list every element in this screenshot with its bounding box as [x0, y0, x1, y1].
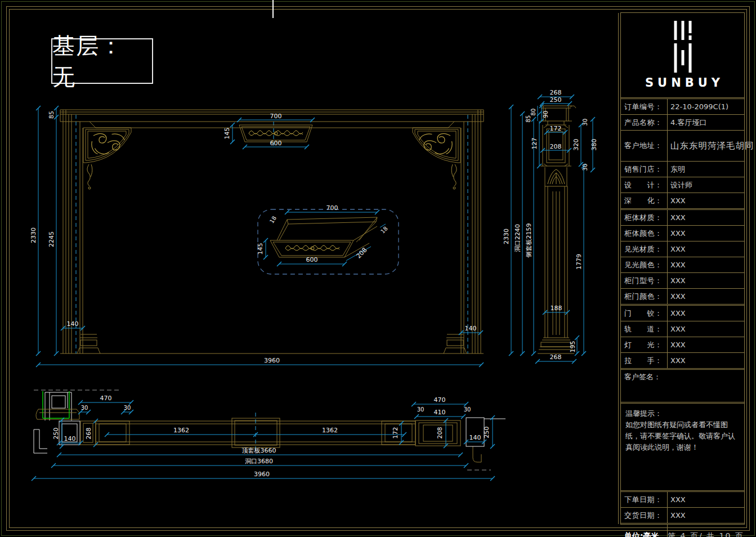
- dim-label: 700: [326, 204, 338, 212]
- dim-label: 85: [525, 115, 531, 123]
- dim-label: 250: [483, 427, 490, 438]
- table-row: 交货日期： XXX: [621, 507, 744, 523]
- dim-label: 268: [550, 89, 562, 96]
- row-value: XXX: [668, 276, 686, 285]
- footer-row: 单位:毫米 第 4 页/ 共 10 页: [621, 523, 744, 537]
- table-row: 柜体颜色： XXX: [621, 225, 744, 241]
- table-row: 客户地址： 山东东明菏泽毛胡同: [621, 130, 744, 161]
- row-label: 设 计：: [621, 177, 668, 193]
- elevation-dimensions: [36, 106, 484, 367]
- title-block: SUNBUY 订单编号： 22-10-2099C(1) 产品名称： 4.客厅垭口…: [620, 12, 745, 525]
- dim-label: 1779: [575, 254, 583, 270]
- plan-view: 470 30 30 250 140 268 1362 1362 172 208 …: [23, 386, 507, 493]
- detail-callout: 700 18 145 600 208 18: [257, 204, 399, 274]
- dim-label: 3960: [254, 471, 270, 478]
- table-row: 订单编号： 22-10-2099C(1): [621, 99, 744, 114]
- row-label: 轨 道：: [621, 321, 668, 337]
- dim-label: 140: [469, 434, 481, 441]
- table-row: 见光材质： XXX: [621, 241, 744, 257]
- row-label: 产品名称：: [621, 115, 668, 130]
- dim-label: 侧套板2159: [525, 223, 533, 258]
- dim-label: 18: [269, 215, 278, 225]
- row-value: 22-10-2099C(1): [668, 102, 728, 111]
- top-center-mark: [272, 0, 274, 18]
- table-row: 设 计： 设计师: [621, 177, 744, 193]
- dim-label: 127: [531, 138, 538, 150]
- dim-label: 140: [67, 320, 79, 328]
- table-row: 拉 手： XXX: [621, 352, 744, 368]
- plan-wall-left: [34, 392, 71, 453]
- dim-label: 洞口2240: [514, 224, 521, 252]
- dim-label: 208: [355, 247, 369, 260]
- row-label: 拉 手：: [621, 353, 668, 368]
- column-side-view: 268 250 90 80 85 127 172 208 30 320 380 …: [498, 87, 602, 369]
- dim-label: 268: [85, 428, 92, 440]
- notice-title: 温馨提示：: [625, 408, 740, 419]
- dim-label: 145: [257, 243, 264, 255]
- table-row: 下单日期： XXX: [621, 490, 744, 507]
- row-value: 山东东明菏泽毛胡同: [668, 140, 754, 152]
- dim-label: 80: [530, 109, 536, 116]
- row-label: 柜体材质：: [621, 210, 668, 225]
- table-row: 门 铰： XXX: [621, 304, 744, 321]
- dim-label: 188: [551, 305, 562, 312]
- table-row: 柜门颜色： XXX: [621, 288, 744, 304]
- dim-label: 470: [434, 396, 446, 404]
- customer-signature-cell[interactable]: 客户签名：: [621, 368, 744, 402]
- row-value: XXX: [668, 261, 686, 269]
- dim-label: 140: [64, 435, 76, 442]
- dim-label: 30: [464, 406, 471, 413]
- signature-label: 客户签名：: [624, 373, 661, 381]
- dim-label: 600: [270, 140, 282, 147]
- brand-name: SUNBUY: [621, 76, 744, 90]
- logo-cell: SUNBUY: [621, 13, 744, 99]
- sunbuy-logo-icon: [674, 21, 691, 73]
- row-label: 门 铰：: [621, 306, 668, 321]
- dim-label: 2245: [48, 231, 55, 247]
- dim-label: 30: [81, 405, 88, 411]
- row-value: 4.客厅垭口: [668, 118, 706, 128]
- row-value: XXX: [668, 495, 686, 504]
- row-label: 下单日期：: [621, 492, 668, 507]
- dim-label: 208: [550, 143, 562, 150]
- dim-label: 90: [543, 111, 549, 118]
- dim-label: 380: [591, 139, 598, 151]
- dim-label: 3960: [264, 357, 280, 364]
- row-label: 见光材质：: [621, 241, 668, 257]
- dim-label: 320: [572, 139, 580, 151]
- dim-label: 1362: [173, 427, 189, 434]
- row-label: 深 化：: [621, 193, 668, 208]
- dim-label: 268: [550, 353, 562, 361]
- plan-dimensions: [32, 400, 495, 481]
- dim-label: 30: [417, 406, 424, 413]
- table-row: 灯 光： XXX: [621, 337, 744, 352]
- row-label: 见光颜色：: [621, 257, 668, 272]
- row-value: XXX: [668, 196, 686, 205]
- dim-label: 30: [582, 164, 588, 171]
- table-row: 深 化： XXX: [621, 193, 744, 208]
- row-value: XXX: [668, 213, 686, 222]
- dim-label: 700: [270, 113, 282, 120]
- row-label: 柜门型号：: [621, 273, 668, 288]
- table-row: 轨 道： XXX: [621, 321, 744, 337]
- table-row: 销售门店： 东明: [621, 161, 744, 177]
- dim-label: 1362: [322, 427, 338, 434]
- dim-label: 195: [569, 341, 576, 353]
- dim-label: 250: [550, 96, 562, 104]
- dim-label: 208: [436, 427, 444, 439]
- row-value: 设计师: [668, 180, 692, 190]
- dim-label: 顶套板3660: [242, 447, 276, 454]
- dim-label: 洞口3680: [245, 458, 273, 465]
- row-label: 销售门店：: [621, 162, 668, 177]
- elevation-view: 700 18 145 600 208 18 85 2330 2: [31, 101, 493, 374]
- row-label: 灯 光：: [621, 337, 668, 352]
- row-value: XXX: [668, 245, 686, 253]
- row-value: XXX: [668, 325, 686, 333]
- dim-label: 2330: [503, 229, 510, 244]
- row-value: XXX: [668, 341, 686, 349]
- dim-label: 2330: [31, 227, 37, 243]
- page-indicator: 第 4 页/ 共 10 页: [668, 531, 744, 537]
- notice-body: 如您对图纸有疑问或者看不懂图纸，请不要签字确认。敬请客户认真阅读此说明，谢谢！: [625, 419, 740, 453]
- corner-bracket-left: [83, 128, 131, 189]
- dim-label: 30: [124, 405, 131, 411]
